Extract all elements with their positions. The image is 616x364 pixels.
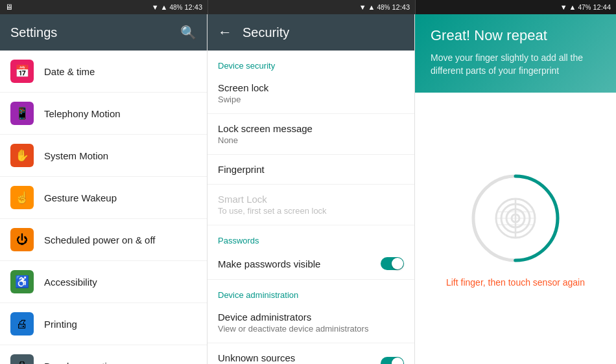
notification-icon: 🖥: [5, 3, 13, 12]
security-item-text-smart-lock: Smart LockTo use, first set a screen loc…: [218, 194, 327, 216]
status-icons-middle: ▼ ▲ 48% 12:43: [359, 3, 410, 11]
security-item-title-lock-screen-message: Lock screen message: [218, 123, 313, 134]
settings-icon-scheduled-power: ⏻: [10, 228, 34, 251]
security-item-title-smart-lock: Smart Lock: [218, 194, 327, 205]
security-panel: ← Security Device securityScreen lockSwi…: [207, 14, 415, 364]
security-title: Security: [243, 25, 289, 40]
settings-icon-developer-options: {}: [10, 354, 34, 364]
security-item-title-device-administrators: Device administrators: [218, 312, 368, 323]
security-header: ← Security: [207, 14, 414, 51]
toggle-make-passwords-visible[interactable]: [381, 257, 404, 270]
toggle-unknown-sources[interactable]: [381, 357, 404, 364]
status-bar: 🖥 ▼ ▲ 48% 12:43 ▼ ▲ 48% 12:43 ▼ ▲ 47% 12…: [0, 0, 616, 14]
security-section-header-device-administration: Device administration: [207, 280, 414, 302]
status-icons-right: ▼ ▲ 47% 12:44: [560, 3, 611, 11]
settings-item-developer-options[interactable]: {}Developer options: [0, 345, 207, 364]
signal-icon-left: ▲: [161, 3, 168, 11]
security-item-text-device-administrators: Device administratorsView or deactivate …: [218, 312, 368, 334]
signal-icon-right: ▲: [569, 3, 576, 11]
status-bar-right: ▼ ▲ 47% 12:44: [415, 0, 616, 14]
status-bar-left: 🖥 ▼ ▲ 48% 12:43: [0, 0, 207, 14]
battery-middle: 48%: [377, 4, 390, 11]
back-icon[interactable]: ←: [218, 24, 232, 41]
fingerprint-icon: [490, 192, 541, 244]
security-item-subtitle-device-administrators: View or deactivate device administrators: [218, 324, 368, 334]
fingerprint-hero-subtitle: Move your finger slightly to add all the…: [431, 52, 600, 77]
settings-icon-telephony-motion: 📱: [10, 102, 34, 125]
security-item-smart-lock[interactable]: Smart LockTo use, first set a screen loc…: [207, 185, 414, 225]
time-left: 12:43: [184, 3, 202, 11]
settings-item-telephony-motion[interactable]: 📱Telephony Motion: [0, 93, 207, 135]
status-icons-left: ▼ ▲ 48% 12:43: [152, 3, 202, 11]
fingerprint-hero-title: Great! Now repeat: [431, 27, 600, 44]
security-item-fingerprint[interactable]: Fingerprint: [207, 155, 414, 185]
security-section-header-device-security: Device security: [207, 51, 414, 73]
settings-item-system-motion[interactable]: ✋System Motion: [0, 135, 207, 177]
security-item-text-lock-screen-message: Lock screen messageNone: [218, 123, 313, 145]
settings-item-accessibility[interactable]: ♿Accessibility: [0, 261, 207, 303]
fingerprint-hero: Great! Now repeat Move your finger sligh…: [415, 14, 616, 93]
settings-panel: Settings 🔍 📅Date & time📱Telephony Motion…: [0, 14, 207, 364]
settings-label-system-motion: System Motion: [44, 150, 108, 161]
settings-title: Settings: [10, 25, 170, 40]
wifi-icon-left: ▼: [152, 3, 159, 11]
status-bar-middle: ▼ ▲ 48% 12:43: [207, 0, 415, 14]
security-section-header-passwords: Passwords: [207, 225, 414, 248]
settings-label-accessibility: Accessibility: [44, 277, 97, 288]
settings-label-telephony-motion: Telephony Motion: [44, 108, 121, 119]
settings-icon-gesture-wakeup: ☝: [10, 186, 34, 209]
settings-header: Settings 🔍: [0, 14, 207, 51]
settings-item-printing[interactable]: 🖨Printing: [0, 303, 207, 345]
security-item-text-unknown-sources: Unknown sourcesAllow installation of app…: [218, 352, 366, 364]
fingerprint-circle: [467, 170, 564, 267]
fingerprint-body: Lift finger, then touch sensor again: [415, 93, 616, 364]
security-item-subtitle-lock-screen-message: None: [218, 135, 313, 145]
time-middle: 12:43: [392, 3, 410, 11]
fingerprint-panel: Great! Now repeat Move your finger sligh…: [415, 14, 616, 364]
security-item-device-administrators[interactable]: Device administratorsView or deactivate …: [207, 302, 414, 343]
settings-item-date-time[interactable]: 📅Date & time: [0, 51, 207, 93]
wifi-icon-middle: ▼: [359, 3, 366, 11]
security-item-title-screen-lock: Screen lock: [218, 82, 268, 93]
settings-label-gesture-wakeup: Gesture Wakeup: [44, 192, 117, 203]
settings-icon-accessibility: ♿: [10, 270, 34, 293]
settings-item-scheduled-power[interactable]: ⏻Scheduled power on & off: [0, 219, 207, 261]
security-item-lock-screen-message[interactable]: Lock screen messageNone: [207, 114, 414, 155]
security-item-text-make-passwords-visible: Make passwords visible: [218, 258, 320, 269]
security-item-subtitle-smart-lock: To use, first set a screen lock: [218, 206, 327, 216]
security-item-title-make-passwords-visible: Make passwords visible: [218, 258, 320, 269]
security-item-text-fingerprint: Fingerprint: [218, 164, 265, 175]
search-icon[interactable]: 🔍: [180, 25, 196, 40]
settings-label-scheduled-power: Scheduled power on & off: [44, 234, 156, 245]
security-item-unknown-sources[interactable]: Unknown sourcesAllow installation of app…: [207, 343, 414, 364]
security-item-title-fingerprint: Fingerprint: [218, 164, 265, 175]
battery-right: 47%: [578, 4, 591, 11]
settings-list: 📅Date & time📱Telephony Motion✋System Mot…: [0, 51, 207, 364]
lift-finger-text: Lift finger, then touch sensor again: [446, 277, 585, 288]
signal-icon-middle: ▲: [368, 3, 375, 11]
settings-label-date-time: Date & time: [44, 66, 95, 77]
wifi-icon-right: ▼: [560, 3, 567, 11]
battery-left: 48%: [169, 4, 182, 11]
settings-icon-date-time: 📅: [10, 60, 34, 83]
settings-icon-printing: 🖨: [10, 312, 34, 336]
security-item-make-passwords-visible[interactable]: Make passwords visible: [207, 248, 414, 280]
time-right: 12:44: [593, 3, 611, 11]
security-item-text-screen-lock: Screen lockSwipe: [218, 82, 268, 104]
security-list: Device securityScreen lockSwipeLock scre…: [207, 51, 414, 364]
security-item-title-unknown-sources: Unknown sources: [218, 352, 366, 363]
settings-item-gesture-wakeup[interactable]: ☝Gesture Wakeup: [0, 177, 207, 219]
main-content: Settings 🔍 📅Date & time📱Telephony Motion…: [0, 14, 616, 364]
settings-icon-system-motion: ✋: [10, 144, 34, 167]
security-item-screen-lock[interactable]: Screen lockSwipe: [207, 73, 414, 114]
settings-label-developer-options: Developer options: [44, 361, 123, 365]
security-item-subtitle-screen-lock: Swipe: [218, 95, 268, 104]
settings-label-printing: Printing: [44, 319, 77, 330]
